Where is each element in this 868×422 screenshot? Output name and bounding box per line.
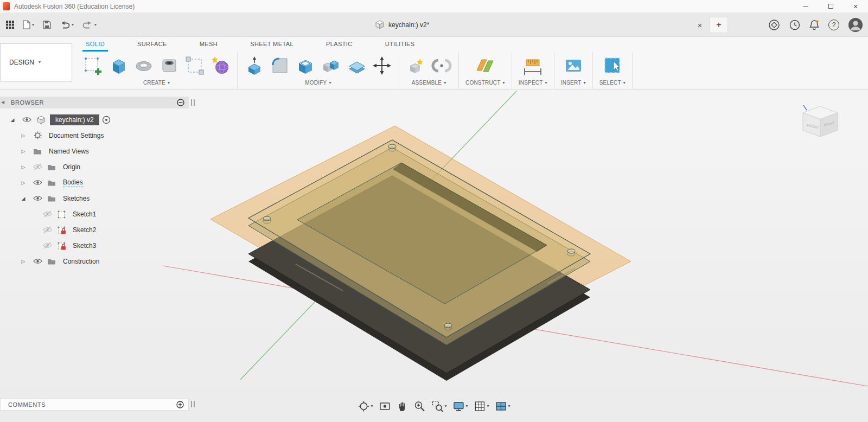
expand-open-icon[interactable]: ◢ (5, 117, 20, 123)
tab-utilities[interactable]: UTILITIES (382, 38, 418, 52)
tree-item-label[interactable]: Sketch3 (73, 242, 96, 250)
tree-item-origin[interactable]: ▷ Origin (0, 159, 202, 175)
comments-panel-handle[interactable] (191, 401, 195, 407)
tree-item-construction[interactable]: ▷ Construction (0, 253, 202, 269)
tree-item-sketch3[interactable]: Sketch3 (0, 238, 202, 253)
tree-item-label[interactable]: Construction (63, 258, 99, 265)
eye-icon[interactable] (20, 117, 34, 123)
select-button[interactable] (602, 55, 623, 76)
offset-face-button[interactable] (346, 55, 367, 76)
create-sketch-button[interactable] (82, 55, 103, 76)
tab-plastic[interactable]: PLASTIC (323, 38, 356, 52)
tree-item-label[interactable]: Sketch1 (73, 210, 96, 218)
zoom-button[interactable] (412, 399, 426, 413)
root-document-label[interactable]: keychain:) v2 (50, 114, 99, 125)
shell-button[interactable] (295, 55, 316, 76)
maximize-button[interactable] (818, 0, 843, 12)
expand-closed-icon[interactable]: ▷ (16, 259, 30, 264)
tree-item-label[interactable]: Origin (63, 163, 80, 171)
tree-item-label[interactable]: Bodies (63, 178, 83, 187)
tree-item-label[interactable]: Sketches (63, 195, 90, 202)
press-pull-button[interactable] (244, 55, 265, 76)
undo-button[interactable]: ▾ (58, 19, 75, 30)
pan-button[interactable] (395, 399, 409, 413)
tree-item-bodies[interactable]: ▷ Bodies (0, 175, 202, 190)
group-select-dropdown[interactable]: SELECT▾ (599, 80, 626, 86)
group-construct-dropdown[interactable]: CONSTRUCT▾ (465, 80, 505, 86)
orbit-button[interactable]: ▾ (356, 399, 374, 413)
eye-icon[interactable] (30, 258, 44, 264)
close-button[interactable]: × (843, 0, 868, 12)
browser-header[interactable]: BROWSER (0, 97, 189, 108)
target-icon[interactable] (99, 116, 113, 124)
joint-button[interactable] (431, 55, 452, 76)
form-button[interactable] (210, 55, 231, 76)
tree-item-named-views[interactable]: ▷ Named Views (0, 143, 202, 159)
help-button[interactable]: ? (828, 20, 839, 30)
fillet-button[interactable] (270, 55, 290, 76)
move-button[interactable] (372, 55, 392, 76)
pattern-button[interactable] (184, 55, 205, 76)
eye-hidden-icon[interactable] (40, 210, 54, 218)
save-button[interactable] (41, 19, 53, 30)
close-tab-button[interactable]: × (693, 18, 706, 31)
hole-button[interactable] (159, 55, 180, 76)
fit-button[interactable]: ▾ (430, 399, 448, 413)
measure-button[interactable] (522, 55, 543, 76)
add-comment-button[interactable] (176, 401, 184, 408)
workspace-selector[interactable]: DESIGN ▾ (0, 43, 72, 81)
revolve-button[interactable] (133, 55, 154, 76)
comments-panel[interactable]: COMMENTS (0, 398, 189, 411)
tree-item-document-settings[interactable]: ▷ Document Settings (0, 127, 202, 143)
eye-icon[interactable] (30, 195, 44, 201)
tab-mesh[interactable]: MESH (196, 38, 221, 52)
file-menu-button[interactable]: ▾ (21, 18, 36, 31)
new-component-button[interactable] (406, 55, 426, 76)
look-at-button[interactable] (378, 399, 392, 413)
grid-settings-button[interactable]: ▾ (473, 399, 490, 413)
group-insert-dropdown[interactable]: INSERT▾ (561, 80, 586, 86)
tree-item-label[interactable]: Named Views (49, 148, 89, 155)
tree-item-label[interactable]: Sketch2 (73, 226, 96, 234)
browser-collapse-all-button[interactable] (177, 99, 184, 106)
eye-hidden-icon[interactable] (30, 163, 44, 170)
group-create-dropdown[interactable]: CREATE▾ (143, 80, 170, 86)
construct-plane-button[interactable] (475, 55, 495, 76)
browser-collapse-arrow[interactable]: ◀ (1, 100, 4, 105)
redo-button[interactable]: ▾ (81, 19, 98, 30)
expand-closed-icon[interactable]: ▷ (16, 164, 30, 170)
browser-panel-handle[interactable] (191, 99, 195, 106)
combine-button[interactable] (321, 55, 341, 76)
extrude-button[interactable] (108, 55, 129, 76)
tree-item-label[interactable]: Document Settings (49, 132, 104, 139)
expand-closed-icon[interactable]: ▷ (16, 180, 30, 186)
profile-button[interactable] (848, 18, 863, 32)
eye-hidden-icon[interactable] (40, 242, 54, 249)
viewcube[interactable]: FRONT RIGHT (803, 105, 838, 137)
tab-surface[interactable]: SURFACE (134, 38, 170, 52)
viewports-button[interactable]: ▾ (494, 399, 512, 413)
expand-closed-icon[interactable]: ▷ (16, 149, 30, 154)
tree-root-row[interactable]: ◢ keychain:) v2 (0, 112, 202, 127)
tree-item-sketch1[interactable]: Sketch1 (0, 206, 202, 222)
document-tab[interactable]: keychain:) v2* (375, 13, 429, 36)
notifications-button[interactable] (809, 20, 819, 30)
eye-hidden-icon[interactable] (40, 226, 54, 233)
tree-item-sketch2[interactable]: Sketch2 (0, 222, 202, 238)
expand-closed-icon[interactable]: ▷ (16, 133, 30, 138)
group-inspect-dropdown[interactable]: INSPECT▾ (519, 80, 547, 86)
eye-icon[interactable] (30, 180, 44, 186)
job-status-button[interactable] (789, 20, 800, 30)
group-assemble-dropdown[interactable]: ASSEMBLE▾ (412, 80, 446, 86)
expand-open-icon[interactable]: ◢ (16, 196, 30, 201)
tab-sheet-metal[interactable]: SHEET METAL (247, 38, 297, 52)
insert-image-button[interactable] (563, 55, 584, 76)
group-modify-dropdown[interactable]: MODIFY▾ (305, 80, 331, 86)
data-panel-button[interactable] (4, 19, 16, 30)
display-settings-button[interactable]: ▾ (451, 399, 469, 413)
extensions-button[interactable] (768, 19, 780, 31)
new-tab-button[interactable]: + (710, 17, 728, 33)
tree-item-sketches[interactable]: ◢ Sketches (0, 190, 202, 206)
tab-solid[interactable]: SOLID (82, 38, 108, 52)
minimize-button[interactable] (793, 0, 818, 12)
